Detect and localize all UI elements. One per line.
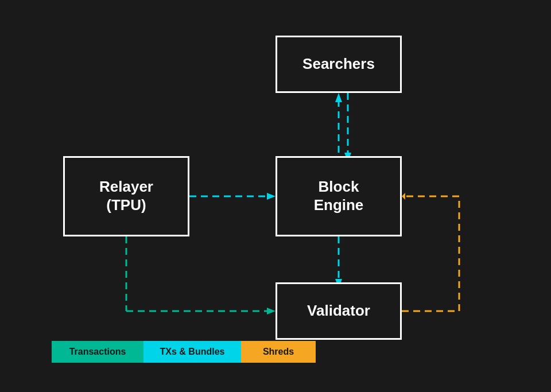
legend-shreds-label: Shreds (263, 347, 294, 357)
legend-bundles-label: TXs & Bundles (160, 347, 225, 357)
svg-marker-14 (402, 193, 405, 200)
legend-transactions: Transactions (52, 341, 143, 363)
validator-node: Validator (276, 282, 402, 340)
block-engine-node: BlockEngine (276, 156, 402, 236)
relayer-node: Relayer(TPU) (63, 156, 189, 236)
validator-label: Validator (307, 302, 370, 320)
legend-transactions-label: Transactions (69, 347, 126, 357)
legend: Transactions TXs & Bundles Shreds (52, 341, 316, 363)
diagram-container: Searchers BlockEngine Relayer(TPU) Valid… (29, 24, 522, 368)
block-engine-label: BlockEngine (314, 178, 364, 214)
legend-bundles: TXs & Bundles (143, 341, 241, 363)
svg-marker-3 (335, 93, 342, 102)
searchers-node: Searchers (276, 36, 402, 93)
svg-marker-1 (267, 193, 276, 200)
relayer-label: Relayer(TPU) (99, 178, 153, 214)
searchers-label: Searchers (302, 55, 375, 73)
svg-marker-10 (267, 308, 276, 315)
legend-shreds: Shreds (241, 341, 316, 363)
